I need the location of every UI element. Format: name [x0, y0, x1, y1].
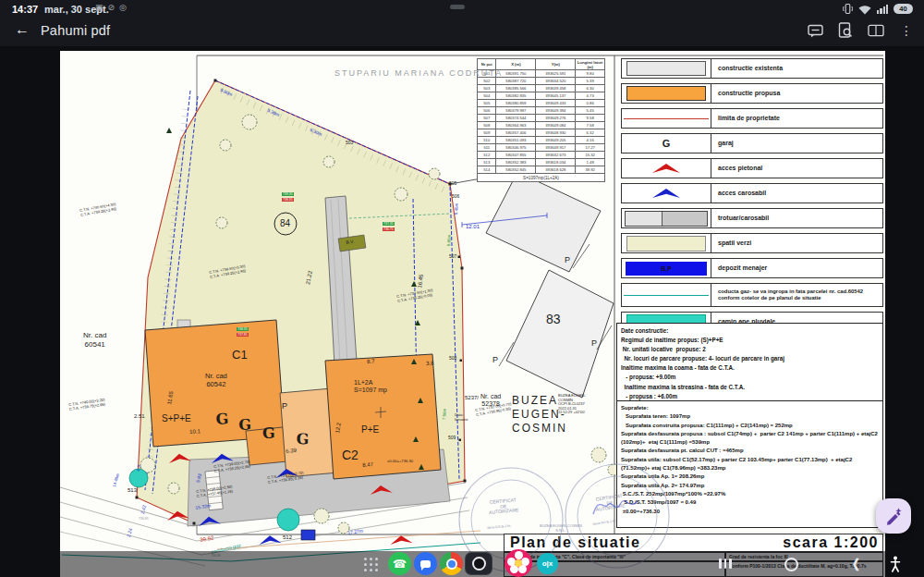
legend-symbol-cell — [622, 184, 711, 203]
back-nav-button[interactable]: ❮ — [852, 557, 860, 571]
recents-button[interactable] — [719, 559, 732, 569]
plan-title-band: Plan de situatie scara 1:200 — [504, 534, 883, 552]
app-grid-button[interactable] — [364, 558, 379, 572]
legend-symbol-cell: G — [622, 134, 711, 153]
annotations-button[interactable] — [807, 22, 823, 39]
search-document-button[interactable] — [837, 22, 854, 39]
coord-row: 502580387.720393634.5205.39 — [478, 78, 605, 85]
coord-row: 511580346.975393649.91717.27 — [478, 144, 605, 152]
coord-header: Nr pct — [478, 59, 496, 70]
accessibility-button[interactable] — [883, 552, 907, 576]
chrome-app-icon[interactable] — [440, 552, 463, 575]
legend-symbol — [626, 86, 706, 101]
legend-symbol-cell — [622, 109, 711, 128]
messages-app-icon[interactable] — [414, 552, 437, 575]
notification-icon: ⊘ — [108, 3, 116, 12]
legend-item: constructie propusa — [621, 83, 883, 104]
legend-symbol-cell — [622, 284, 711, 306]
coord-row: 507580374.544393649.2769.58 — [478, 115, 605, 122]
legend-symbol: B.P — [626, 262, 707, 276]
coord-row: 504580382.835393645.1374.73 — [478, 92, 605, 100]
home-button[interactable] — [784, 558, 798, 571]
legend-label: constructie existenta — [711, 65, 783, 72]
system-chrome: 14:37 mar., 30 sept. ▣⊘◎ 40 ← Pahumi pd — [0, 0, 924, 46]
legend-label: coducta gaz- se va ingropa in fata parce… — [711, 288, 882, 301]
android-screen: Nr pctX (m)Y(m)Lungimi laturi (m) 501580… — [0, 0, 924, 577]
legend-item: coducta gaz- se va ingropa in fata parce… — [621, 283, 883, 307]
coord-footer: S=1097mp(1L+2A) — [478, 174, 605, 182]
signal-icon — [877, 5, 888, 14]
notification-icon: ◎ — [119, 3, 127, 12]
status-bar: 14:37 mar., 30 sept. ▣⊘◎ 40 — [0, 0, 924, 18]
coord-header: X (m) — [496, 59, 536, 70]
coord-row: 503580385.566393639.4586.30 — [478, 85, 605, 92]
coord-row: 505580380.859393649.4330.86 — [478, 100, 605, 107]
legend-label: garaj — [711, 140, 734, 147]
coord-row: 512580347.855393632.67315.32 — [478, 152, 605, 159]
overflow-menu-button[interactable]: ⋮ — [898, 22, 915, 39]
legend-label: limita de proprietate — [711, 115, 780, 122]
phone-app-icon[interactable]: ☎ — [388, 552, 411, 575]
legend-item: spatii verzi — [621, 233, 883, 253]
legend-item: trotuar/carosabil — [621, 208, 883, 228]
annotate-fab[interactable] — [876, 498, 911, 534]
legend-label: acces carosabil — [711, 190, 766, 197]
legend-symbol-cell: B.P — [622, 259, 711, 277]
battery-indicator: 40 — [894, 4, 913, 14]
notification-icon: ▣ — [95, 3, 103, 12]
suprafete-box: Suprafete: Suprafata teren: 1097mp Supra… — [616, 400, 883, 528]
camera-cutout — [450, 5, 465, 9]
legend-symbol — [624, 118, 709, 119]
back-button[interactable]: ← — [15, 21, 30, 38]
plan-legend: constructie existenta constructie propus… — [621, 58, 883, 337]
coord-row: 510580351.093393649.2054.16 — [478, 137, 605, 144]
photos-app-icon[interactable] — [505, 549, 532, 577]
vibrate-icon — [843, 3, 853, 15]
legend-symbol — [625, 211, 708, 227]
reader-view-button[interactable] — [868, 22, 884, 39]
plan-scale: scara 1:200 — [783, 534, 879, 552]
wifi-icon — [858, 4, 871, 15]
legend-label: depozit menajer — [711, 264, 767, 272]
legend-symbol — [624, 295, 709, 296]
legend-item: constructie existenta — [621, 58, 883, 79]
coord-row: 501580391.750393625.5919.80 — [478, 70, 605, 78]
coord-row: 514580352.845393618.62839.92 — [478, 166, 605, 174]
legend-symbol-cell — [622, 209, 711, 227]
doc-search-icon — [838, 22, 853, 39]
legend-label: acces pietonal — [711, 165, 762, 172]
coord-header: Y(m) — [536, 59, 576, 70]
plan-title: Plan de situatie — [510, 534, 640, 552]
document-title: Pahumi pdf — [41, 23, 110, 38]
two-page-icon — [868, 24, 884, 37]
legend-symbol: G — [663, 138, 671, 149]
legend-item: acces carosabil — [621, 183, 883, 203]
legend-symbol-cell — [622, 59, 711, 78]
legend-symbol — [652, 189, 680, 198]
legend-label: trotuar/carosabil — [711, 215, 769, 222]
pen-sparkle-icon — [884, 507, 903, 525]
chat-bubble-icon — [420, 560, 431, 568]
legend-symbol — [626, 236, 706, 252]
app-bar: ← Pahumi pdf — [0, 18, 924, 46]
legend-symbol-cell — [622, 84, 711, 103]
legend-symbol — [626, 61, 706, 76]
camera-app-icon[interactable] — [466, 553, 492, 574]
camera-lens-icon — [472, 557, 486, 571]
oix-app-icon[interactable]: o|x — [537, 553, 558, 574]
flower-center-icon — [515, 559, 522, 567]
legend-item: G garaj — [621, 133, 883, 153]
coordinate-table: Nr pctX (m)Y(m)Lungimi laturi (m) 501580… — [477, 58, 605, 182]
coord-row: 509580357.406393648.9306.32 — [478, 129, 605, 137]
legend-label: constructie propusa — [711, 90, 780, 97]
legend-symbol-cell — [622, 159, 711, 178]
legend-item: acces pietonal — [621, 158, 883, 178]
legend-item: B.P depozit menajer — [621, 258, 883, 278]
legend-symbol — [652, 164, 680, 173]
comment-icon — [808, 24, 823, 38]
legend-symbol-cell — [622, 234, 711, 252]
phone-icon: ☎ — [393, 558, 407, 571]
date-constructie-box: Date constructie: Regimul de inaltime pr… — [616, 323, 883, 401]
clock: 14:37 — [12, 4, 38, 15]
coord-row: 506580379.997393649.3945.45 — [478, 107, 605, 115]
